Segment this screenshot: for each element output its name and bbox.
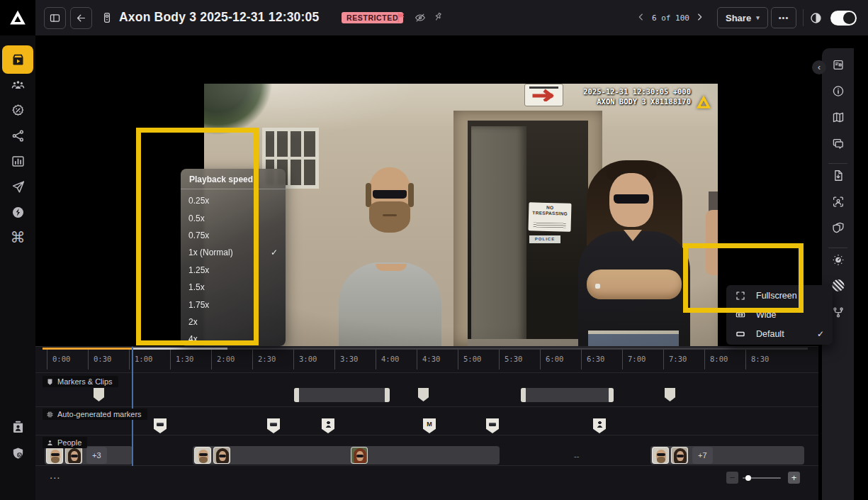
speed-option-1.5x[interactable]: 1.5x (181, 279, 286, 296)
auto-marker-car[interactable] (267, 418, 280, 433)
sidebar-item-id-badge[interactable] (2, 413, 33, 440)
view-option-default[interactable]: Default✓ (726, 324, 833, 343)
person-avatar[interactable] (652, 447, 669, 464)
sidebar-item-admin-shield[interactable] (2, 440, 33, 467)
auto-marker-car[interactable] (154, 418, 167, 433)
pin-icon[interactable] (430, 9, 446, 25)
person-avatar[interactable] (65, 447, 82, 464)
markers-clips-row-label[interactable]: Markers & Clips (43, 376, 118, 387)
timeline-more-button[interactable]: ... (50, 469, 61, 481)
eye-off-icon[interactable] (414, 11, 427, 24)
speed-option-2x[interactable]: 2x (181, 313, 286, 330)
sidebar-item-community[interactable] (2, 199, 33, 226)
people-overflow-badge[interactable]: +3 (86, 447, 107, 464)
auto-markers-row-label[interactable]: Auto-generated markers (43, 409, 147, 420)
panel-toggle-button[interactable] (44, 7, 66, 29)
ruler-tick (663, 350, 664, 370)
contrast-icon[interactable] (809, 11, 823, 25)
overlay-device-id: AXON BODY 3 X81188170 (583, 96, 691, 106)
page-title: Axon Body 3 2025-12-31 12:30:05 (119, 10, 319, 25)
speed-option-1xNormal[interactable]: 1x (Normal)✓ (181, 244, 286, 261)
bodycam-icon (101, 11, 113, 24)
sidebar-item-analytics[interactable] (2, 148, 33, 174)
ruler-tick (417, 350, 417, 370)
people-segment[interactable]: +7 (650, 446, 804, 465)
ruler-tick (622, 350, 623, 370)
rail-divider (828, 163, 847, 164)
rail-item-face-focus[interactable] (831, 195, 845, 209)
flag-icon[interactable] (395, 11, 407, 23)
timeline-marker[interactable] (665, 388, 675, 401)
clip-range[interactable] (521, 388, 614, 402)
more-actions-button[interactable]: ••• (771, 7, 796, 28)
timeline-zoom-slider[interactable] (743, 477, 781, 479)
rail-item-comments[interactable] (831, 137, 845, 150)
timeline-zoom-in-button[interactable]: + (788, 472, 800, 484)
timeline-zoom-out-button[interactable]: − (726, 472, 738, 484)
rail-item-doc-export[interactable] (831, 169, 845, 182)
rail-item-branch[interactable] (831, 306, 845, 319)
view-option-wide[interactable]: Wide (726, 305, 833, 324)
timeline-ruler[interactable]: 0:000:301:001:302:002:303:003:304:004:30… (43, 350, 808, 372)
clip-range[interactable] (294, 388, 390, 402)
auto-marker-M[interactable]: M (423, 418, 436, 433)
person-avatar[interactable] (46, 447, 63, 464)
rail-item-notes[interactable] (831, 58, 845, 72)
check-icon: ✓ (817, 329, 824, 339)
sidebar-item-cases[interactable] (2, 96, 33, 123)
person-avatar[interactable] (194, 447, 211, 464)
sidebar-item-command[interactable]: ⌘ (2, 224, 33, 251)
view-size-menu: FullscreenWideDefault✓ (726, 285, 833, 345)
auto-marker-car[interactable] (486, 418, 499, 433)
zoom-slider-knob[interactable] (745, 475, 751, 481)
sidebar-item-people[interactable] (2, 71, 33, 98)
playhead[interactable] (132, 347, 133, 466)
speed-option-1.75x[interactable]: 1.75x (181, 296, 286, 313)
timeline-marker[interactable] (418, 388, 429, 401)
auto-marker-person[interactable] (322, 418, 334, 433)
rail-item-info[interactable] (831, 84, 845, 98)
speed-option-1.25x[interactable]: 1.25x (181, 262, 286, 279)
collapse-rail-button[interactable]: ‹ (812, 60, 826, 74)
speed-option-0.5x[interactable]: 0.5x (181, 209, 286, 226)
shield-icon (46, 378, 54, 386)
sidebar-item-send[interactable] (2, 173, 33, 200)
theme-toggle[interactable] (830, 11, 857, 26)
person-avatar[interactable] (213, 447, 230, 464)
chevron-down-icon: ▾ (756, 14, 760, 21)
sidebar-item-share-nodes[interactable] (2, 122, 33, 149)
people-overflow-badge[interactable]: +7 (692, 447, 713, 464)
previous-evidence-button[interactable] (636, 11, 647, 23)
ruler-tick-label: 8:00 (710, 355, 728, 363)
person-avatar[interactable] (671, 447, 688, 464)
timeline-marker[interactable] (94, 388, 104, 401)
ruler-tick-label: 2:30 (258, 355, 276, 363)
axon-logo-icon[interactable] (0, 0, 35, 35)
people-segment[interactable]: +3 (45, 446, 133, 465)
people-row-label[interactable]: People (43, 437, 87, 448)
check-icon: ✓ (271, 248, 278, 257)
auto-marker-person[interactable] (593, 418, 606, 433)
back-button[interactable] (70, 7, 92, 29)
ruler-tick (88, 350, 89, 370)
share-button[interactable]: Share▾ (717, 7, 768, 28)
ruler-tick-label: 3:30 (340, 355, 358, 363)
rail-item-brightness[interactable] (831, 253, 845, 267)
speed-option-0.25x[interactable]: 0.25x (181, 192, 286, 209)
view-option-fullscreen[interactable]: Fullscreen (726, 286, 833, 305)
rail-item-map[interactable] (831, 111, 845, 124)
person-avatar[interactable] (351, 447, 368, 464)
speed-option-4x[interactable]: 4x (181, 330, 286, 348)
ruler-tick (499, 350, 500, 370)
rail-item-shield-copy[interactable] (831, 221, 845, 235)
people-segment[interactable] (193, 446, 500, 465)
car-glyph (489, 423, 496, 426)
axon-watermark-icon (695, 94, 712, 111)
fullscreen-icon (735, 290, 746, 301)
wide-icon (735, 309, 746, 321)
speed-option-0.75x[interactable]: 0.75x (181, 227, 286, 244)
left-sidebar: ⌘ (0, 35, 35, 500)
rail-item-redact[interactable] (832, 279, 844, 291)
next-evidence-button[interactable] (694, 11, 705, 23)
sidebar-item-evidence[interactable] (2, 45, 33, 74)
